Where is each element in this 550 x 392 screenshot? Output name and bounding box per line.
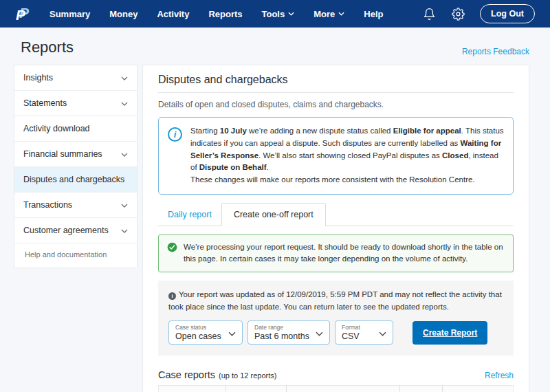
disputes-main-panel: Disputes and chargebacks Details of open…: [142, 65, 529, 392]
sidebar-item-disputes-and-chargebacks[interactable]: Disputes and chargebacks: [14, 167, 137, 193]
column-case-status: Case status: [226, 386, 287, 392]
sidebar-item-customer-agreements[interactable]: Customer agreements: [14, 218, 137, 243]
update-note: iYour report was updated as of 12/09/201…: [168, 288, 503, 314]
chevron-down-icon: [316, 327, 323, 339]
case-reports-limit: (up to 12 reports): [219, 371, 276, 380]
section-subtitle: Details of open and closed disputes, cla…: [158, 100, 514, 109]
page-title: Reports: [21, 39, 74, 56]
help-and-documentation-link[interactable]: Help and documentation: [14, 243, 137, 268]
notice-text: Starting 10 July we’re adding a new disp…: [190, 125, 504, 186]
create-report-button[interactable]: Create Report: [412, 321, 487, 345]
chevron-down-icon: [121, 226, 128, 235]
top-navigation: P P Summary Money Activity Reports Tools…: [0, 0, 550, 28]
tab-daily-report[interactable]: Daily report: [158, 204, 221, 226]
report-tabs: Daily report Create one-off report: [158, 203, 514, 226]
case-status-select[interactable]: Case status Open cases: [168, 320, 243, 345]
nav-item-money[interactable]: Money: [109, 9, 138, 19]
chevron-down-icon: [379, 327, 386, 339]
chevron-down-icon: [121, 149, 128, 159]
primary-nav: Summary Money Activity Reports Tools Mor…: [50, 9, 383, 19]
refresh-link[interactable]: Refresh: [485, 371, 514, 380]
sidebar-item-financial-summaries[interactable]: Financial summaries: [14, 142, 137, 167]
chevron-down-icon: [338, 12, 344, 16]
date-range-select[interactable]: Date range Past 6 months: [248, 320, 330, 345]
chevron-down-icon: [121, 73, 128, 83]
nav-item-reports[interactable]: Reports: [208, 9, 242, 19]
nav-item-help[interactable]: Help: [364, 9, 383, 19]
nav-item-tools[interactable]: Tools: [262, 9, 295, 19]
nav-item-activity[interactable]: Activity: [157, 9, 189, 19]
sidebar-item-statements[interactable]: Statements: [14, 91, 137, 116]
chevron-down-icon: [121, 98, 128, 108]
column-request-date: Request date: [159, 386, 226, 392]
case-reports-table: Request date Case status Date range Form…: [158, 385, 514, 392]
chevron-down-icon: [121, 200, 128, 210]
case-reports-title: Case reports: [158, 369, 215, 380]
table-header-row: Request date Case status Date range Form…: [159, 386, 514, 392]
check-circle-icon: [167, 242, 177, 255]
logout-button[interactable]: Log Out: [480, 4, 535, 23]
nav-item-summary[interactable]: Summary: [50, 9, 90, 19]
gear-icon[interactable]: [451, 7, 465, 21]
success-message: We’re processing your report request. It…: [184, 241, 505, 265]
info-icon: i: [168, 127, 182, 142]
reports-sidebar: Insights Statements Activity download Fi…: [14, 65, 138, 268]
processing-success-alert: We’re processing your report request. It…: [158, 235, 514, 272]
section-title: Disputes and chargebacks: [158, 74, 514, 93]
chevron-down-icon: [228, 327, 236, 339]
column-action: Action: [442, 386, 513, 392]
tab-create-one-off-report[interactable]: Create one-off report: [221, 203, 326, 226]
nav-item-more[interactable]: More: [314, 9, 344, 19]
info-dot-icon: i: [168, 292, 176, 300]
bell-icon[interactable]: [422, 7, 436, 21]
column-format: Format: [399, 386, 442, 392]
chevron-down-icon: [288, 12, 294, 16]
sidebar-item-activity-download[interactable]: Activity download: [14, 116, 137, 142]
column-date-range: Date range: [286, 386, 399, 392]
paypal-logo[interactable]: P P: [15, 4, 32, 23]
format-select[interactable]: Format CSV: [335, 320, 393, 345]
sidebar-item-insights[interactable]: Insights: [14, 65, 137, 91]
reports-feedback-link[interactable]: Reports Feedback: [462, 47, 529, 56]
create-report-panel: iYour report was updated as of 12/09/201…: [158, 281, 514, 356]
sidebar-item-transactions[interactable]: Transactions: [14, 193, 137, 218]
dispute-status-notice: i Starting 10 July we’re adding a new di…: [158, 117, 514, 195]
